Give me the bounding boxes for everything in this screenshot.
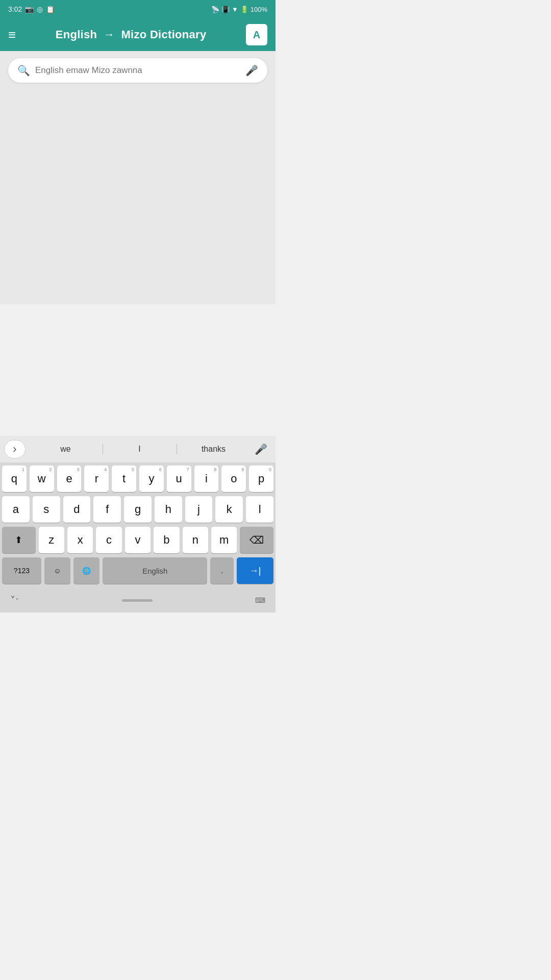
emoji-icon: ☺ xyxy=(54,567,61,575)
key-w[interactable]: 2w xyxy=(30,465,54,492)
keyboard-grid-icon[interactable]: ⌨ xyxy=(255,596,265,604)
key-v[interactable]: v xyxy=(125,527,151,553)
key-h[interactable]: h xyxy=(155,496,182,523)
suggestion-we[interactable]: we xyxy=(29,440,103,458)
keyboard-wrapper: we I thanks 🎤 1q 2w 3e 4r 5t 6y 7u 8i 9o… xyxy=(0,436,276,612)
shift-icon xyxy=(15,534,22,546)
suggestions-row: we I thanks 🎤 xyxy=(0,436,276,462)
emoji-key[interactable]: ☺ xyxy=(44,557,70,584)
shift-key[interactable] xyxy=(2,527,36,553)
camera-icon: 📷 xyxy=(25,5,34,13)
key-row-3: z x c v b n m xyxy=(2,527,273,553)
app-bar: English → Mizo Dictionary A xyxy=(0,18,276,51)
home-handle xyxy=(122,599,153,602)
keyboard: 1q 2w 3e 4r 5t 6y 7u 8i 9o 0p a s d f g … xyxy=(0,462,276,590)
key-e[interactable]: 3e xyxy=(57,465,82,492)
key-t[interactable]: 5t xyxy=(112,465,136,492)
status-left: 3:02 📷 ◎ 📋 xyxy=(8,5,55,13)
period-key[interactable]: . xyxy=(210,557,234,584)
key-s[interactable]: s xyxy=(33,496,60,523)
battery-percent: 100% xyxy=(251,6,267,13)
key-n[interactable]: n xyxy=(183,527,208,553)
search-icon: 🔍 xyxy=(17,64,30,77)
key-c[interactable]: c xyxy=(96,527,121,553)
suggestion-i[interactable]: I xyxy=(103,440,177,458)
translate-button[interactable]: A xyxy=(246,24,267,45)
bottom-bar: ˅ ⌨ xyxy=(0,590,276,612)
key-l[interactable]: l xyxy=(246,496,273,523)
key-r[interactable]: 4r xyxy=(84,465,109,492)
cast-icon: 📡 xyxy=(211,6,219,13)
key-u[interactable]: 7u xyxy=(167,465,191,492)
battery-icon: 🔋 xyxy=(240,6,248,13)
search-input[interactable] xyxy=(35,65,240,76)
key-g[interactable]: g xyxy=(124,496,152,523)
space-key[interactable]: English xyxy=(103,557,207,584)
suggestions-mic-icon[interactable]: 🎤 xyxy=(251,443,271,455)
wifi-icon: ▼ xyxy=(232,6,238,13)
key-row-1: 1q 2w 3e 4r 5t 6y 7u 8i 9o 0p xyxy=(2,465,273,492)
app-title: English → Mizo Dictionary xyxy=(56,28,207,41)
key-m[interactable]: m xyxy=(211,527,237,553)
action-key[interactable]: →| xyxy=(237,557,273,584)
key-j[interactable]: j xyxy=(185,496,213,523)
time: 3:02 xyxy=(8,5,22,13)
key-o[interactable]: 9o xyxy=(221,465,246,492)
globe-icon: 🌐 xyxy=(82,567,91,575)
key-y[interactable]: 6y xyxy=(139,465,164,492)
at-icon: ◎ xyxy=(37,5,43,13)
action-icon: →| xyxy=(249,566,261,576)
key-f[interactable]: f xyxy=(93,496,121,523)
search-container: 🔍 🎤 xyxy=(0,51,276,90)
key-b[interactable]: b xyxy=(154,527,179,553)
key-a[interactable]: a xyxy=(2,496,30,523)
status-right: 📡 📳 ▼ 🔋 100% xyxy=(211,6,267,13)
search-bar: 🔍 🎤 xyxy=(8,58,267,83)
hide-keyboard-button[interactable]: ˅ xyxy=(10,594,19,606)
globe-key[interactable]: 🌐 xyxy=(73,557,99,584)
key-x[interactable]: x xyxy=(67,527,93,553)
arrow-icon: → xyxy=(104,28,115,41)
chevron-right-icon xyxy=(13,443,16,456)
copy-icon: 📋 xyxy=(46,5,55,13)
key-d[interactable]: d xyxy=(63,496,91,523)
app-title-english: English xyxy=(56,28,97,41)
key-k[interactable]: k xyxy=(215,496,243,523)
main-content xyxy=(0,90,276,304)
app-title-mizo: Mizo Dictionary xyxy=(121,28,206,41)
vibrate-icon: 📳 xyxy=(221,6,230,13)
key-p[interactable]: 0p xyxy=(249,465,273,492)
key-row-4: ?123 ☺ 🌐 English . →| xyxy=(2,557,273,584)
key-row-2: a s d f g h j k l xyxy=(2,496,273,523)
menu-button[interactable] xyxy=(8,27,16,43)
key-z[interactable]: z xyxy=(39,527,64,553)
search-mic-icon[interactable]: 🎤 xyxy=(245,64,258,77)
suggestions-expand-button[interactable] xyxy=(4,440,26,458)
suggestion-thanks[interactable]: thanks xyxy=(177,440,251,458)
key-q[interactable]: 1q xyxy=(2,465,27,492)
backspace-icon xyxy=(249,534,264,546)
backspace-key[interactable] xyxy=(240,527,273,553)
num-sym-key[interactable]: ?123 xyxy=(2,557,41,584)
key-i[interactable]: 8i xyxy=(194,465,219,492)
status-bar: 3:02 📷 ◎ 📋 📡 📳 ▼ 🔋 100% xyxy=(0,0,276,18)
